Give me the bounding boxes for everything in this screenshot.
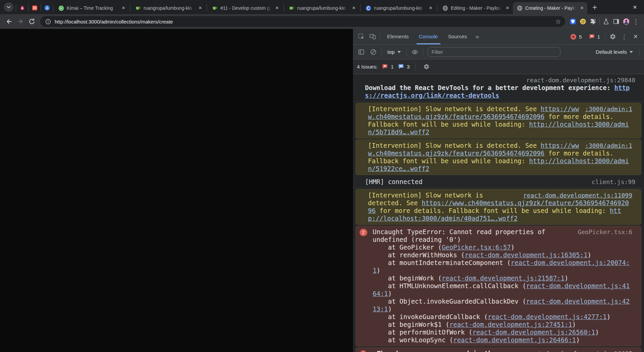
tab-close-button[interactable]: × [579, 5, 585, 11]
message-issue-count: 3 [407, 64, 410, 70]
gitea-cup-favicon-icon [289, 5, 294, 11]
tab-elements[interactable]: Elements [382, 29, 414, 44]
console-sidebar-toggle[interactable] [356, 46, 367, 58]
console-filter-input[interactable] [428, 47, 560, 57]
browser-menu-kebab-icon[interactable]: ⋮ [631, 17, 641, 26]
page-viewport[interactable] [0, 29, 353, 352]
message-source-link[interactable]: :3000/admin:1 [585, 142, 632, 149]
globe-favicon-icon [442, 5, 448, 11]
browser-tab[interactable]: Creating - Maker - Paylo× [513, 2, 587, 14]
console-error-count[interactable]: 5 [570, 34, 582, 40]
devtools-close-button[interactable]: × [630, 31, 641, 42]
error-count-label: 5 [579, 34, 582, 40]
text-segment: ) at invokeGuardedCallback ( [373, 305, 488, 320]
message-source-link[interactable]: react-dom.development.js:11099 [523, 191, 632, 199]
at-extension-icon[interactable]: @ [578, 16, 588, 27]
forward-button[interactable] [15, 16, 26, 27]
live-expression-button[interactable] [409, 46, 421, 58]
back-button[interactable] [3, 16, 15, 27]
issues-label: 4 Issues: [357, 64, 378, 70]
pink-app-favicon-icon [19, 5, 25, 11]
profile-avatar[interactable] [621, 16, 631, 27]
browser-tab[interactable]: Editing - Maker - Payloa× [438, 2, 513, 14]
browser-tab[interactable]: ruangrupa/lumbung-kio× [362, 2, 436, 14]
browser-tab[interactable]: Kimai – Time Tracking× [54, 2, 129, 14]
site-info-icon[interactable] [45, 18, 51, 25]
message-source-link[interactable]: :3000/admin:1 [585, 105, 632, 113]
tab-close-button[interactable]: × [274, 5, 280, 11]
message-source-link[interactable]: client.js:99 [592, 178, 635, 186]
text-segment: [Intervention] Slow network is detected.… [368, 142, 541, 149]
console-messages: react-dom.development.js:29840Download t… [353, 74, 644, 352]
toolbar-separator [605, 33, 605, 41]
gear-icon [423, 63, 430, 70]
issues-count[interactable]: 1 [589, 34, 600, 40]
console-link[interactable]: GeoPicker.tsx:6:57 [442, 244, 511, 251]
toolbar-separator [380, 33, 380, 41]
chevron-down-icon [630, 51, 633, 53]
browser-tab[interactable]: ruangrupa/lumbung-kio× [131, 2, 206, 14]
console-link[interactable]: react-dom.development.js:4277:1 [488, 313, 607, 320]
message-text: Uncaught TypeError: Cannot read properti… [373, 228, 630, 344]
new-tab-button[interactable]: + [589, 2, 600, 13]
bookmark-star-icon[interactable]: ☆ [553, 16, 563, 27]
tab-console[interactable]: Console [414, 29, 443, 44]
sidebar-panel-icon [358, 49, 365, 55]
tab-title: #11 - Develop custom ge [220, 5, 271, 11]
red-checklist-app-favicon-icon [32, 5, 38, 11]
log-levels-dropdown[interactable]: Default levels [592, 49, 637, 55]
device-toolbar-button[interactable] [367, 31, 378, 42]
message-text: ▶The above error occurred in the [371, 350, 496, 352]
toolbar-separator [423, 48, 423, 56]
inspect-element-button[interactable] [356, 31, 367, 42]
tab-close-button[interactable]: × [120, 5, 127, 11]
devtools-menu-kebab-icon[interactable]: ⋮ [619, 31, 630, 42]
blue-app-favicon-icon [44, 5, 50, 11]
clear-console-button[interactable] [368, 46, 379, 58]
pinned-tabs [17, 2, 54, 14]
console-link[interactable]: react-dom.development.js:26560:1 [472, 328, 595, 336]
console-link[interactable]: react-dom.development.js:27451:1 [449, 321, 572, 328]
console-message: :3000/admin:1[Intervention] Slow network… [356, 139, 641, 175]
shield-extension-icon[interactable] [568, 16, 578, 27]
pinned-tab[interactable] [30, 2, 40, 13]
tab-close-button[interactable]: × [504, 5, 511, 11]
flask-icon[interactable] [601, 16, 611, 27]
url-text[interactable]: http://localhost:3000/admin/collections/… [55, 19, 550, 25]
console-link[interactable]: react-dom.development.js:21587:1 [442, 274, 565, 282]
js-context-selector[interactable]: top [384, 49, 404, 55]
tab-sources[interactable]: Sources [443, 29, 472, 44]
tab-close-button[interactable]: × [351, 5, 357, 11]
issues-settings-button[interactable] [421, 61, 432, 73]
browser-tab[interactable]: ruangrupa/lumbung-kio× [285, 2, 359, 14]
tab-separator [28, 4, 29, 11]
console-message: client.js:99[HMR] connected [353, 176, 644, 188]
pinned-tab[interactable] [17, 2, 27, 13]
issues-bar[interactable]: 4 Issues: 1 3 [353, 59, 644, 74]
tab-close-button[interactable]: × [197, 5, 204, 11]
pinned-tab[interactable] [42, 2, 52, 13]
extensions-puzzle-icon[interactable] [588, 16, 598, 27]
window-close-button[interactable]: × [629, 1, 641, 13]
side-panel-icon[interactable] [611, 16, 621, 27]
message-source-link[interactable]: react-dom.development.js:18687 [523, 350, 632, 352]
message-text: [HMR] connected [365, 178, 423, 185]
tab-close-button[interactable]: × [427, 5, 434, 11]
message-source-link[interactable]: react-dom.development.js:29840 [370, 76, 635, 84]
console-message: react-dom.development.js:18687▶The above… [356, 347, 641, 352]
tab-separator [207, 4, 207, 11]
message-text: Download the React DevTools for a better… [365, 84, 630, 99]
console-link[interactable]: react-dom.development.js:16305:1 [465, 251, 588, 259]
message-source-link[interactable]: GeoPicker.tsx:6 [578, 228, 632, 236]
devtools-settings-button[interactable] [607, 31, 619, 42]
browser-tab[interactable]: #11 - Develop custom ge× [208, 2, 282, 14]
console-link[interactable]: react-dom.development.js:26466:1 [453, 336, 576, 344]
play-green-favicon-icon [58, 5, 64, 11]
forward-arrow-icon [17, 18, 24, 25]
tab-search-button[interactable] [4, 2, 13, 12]
devtools-tabbar: Elements Console Sources » 5 1 ⋮ × [353, 29, 644, 45]
more-panels-icon[interactable]: » [472, 29, 482, 44]
address-bar[interactable]: http://localhost:3000/admin/collections/… [40, 16, 565, 27]
reload-button[interactable] [26, 16, 38, 27]
gear-icon [609, 33, 616, 40]
